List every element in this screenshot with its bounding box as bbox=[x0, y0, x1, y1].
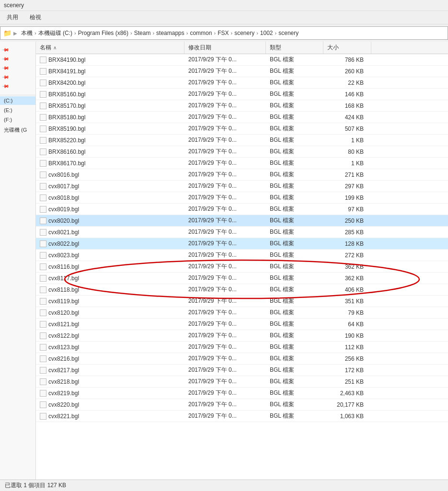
file-icon bbox=[40, 148, 46, 155]
breadcrumb-common[interactable]: common bbox=[189, 29, 213, 37]
sidebar-pinned-3[interactable]: 📌 bbox=[0, 64, 35, 72]
file-name-cell: BRX86170.bgl bbox=[36, 159, 184, 168]
file-type: BGL 檔案 bbox=[266, 296, 323, 307]
file-type: BGL 檔案 bbox=[266, 411, 323, 422]
col-header-name[interactable]: 名稱 ∧ bbox=[36, 42, 184, 54]
breadcrumb-computer[interactable]: 本機 bbox=[20, 29, 34, 38]
col-header-type[interactable]: 類型 bbox=[266, 42, 323, 54]
col-header-date[interactable]: 修改日期 bbox=[184, 42, 266, 54]
file-icon bbox=[40, 91, 46, 98]
table-row[interactable]: BRX85170.bgl2017/9/29 下午 0...BGL 檔案168 K… bbox=[36, 100, 448, 112]
file-name-cell: BRX84191.bgl bbox=[36, 67, 184, 76]
file-name: cvx8216.bgl bbox=[48, 355, 79, 362]
file-name-cell: cvx8216.bgl bbox=[36, 354, 184, 364]
breadcrumb-scenery2[interactable]: scenery bbox=[277, 29, 299, 37]
table-row[interactable]: cvx8023.bgl2017/9/29 下午 0...BGL 檔案272 KB bbox=[36, 250, 448, 261]
file-name-cell: BRX86160.bgl bbox=[36, 147, 184, 157]
breadcrumb-1002[interactable]: 1002 bbox=[259, 29, 274, 37]
file-date: 2017/9/29 下午 0... bbox=[184, 261, 266, 272]
table-row[interactable]: cvx8218.bgl2017/9/29 下午 0...BGL 檔案251 KB bbox=[36, 376, 448, 388]
table-row[interactable]: cvx8018.bgl2017/9/29 下午 0...BGL 檔案199 KB bbox=[36, 192, 448, 204]
pin-icon: 📌 bbox=[2, 55, 10, 62]
table-row[interactable]: BRX86170.bgl2017/9/29 下午 0...BGL 檔案1 KB bbox=[36, 158, 448, 169]
menu-share[interactable]: 共用 bbox=[4, 12, 21, 23]
sidebar-drive-e[interactable]: (E:) bbox=[0, 106, 35, 114]
file-size: 112 KB bbox=[323, 343, 371, 352]
col-header-size[interactable]: 大小 bbox=[323, 42, 371, 54]
file-name-cell: cvx8116.bgl bbox=[36, 262, 184, 272]
table-row[interactable]: cvx8120.bgl2017/9/29 下午 0...BGL 檔案79 KB bbox=[36, 307, 448, 319]
table-row[interactable]: cvx8019.bgl2017/9/29 下午 0...BGL 檔案97 KB bbox=[36, 204, 448, 215]
file-size: 22 KB bbox=[323, 78, 371, 88]
file-name-cell: cvx8123.bgl bbox=[36, 343, 184, 352]
table-row[interactable]: cvx8021.bgl2017/9/29 下午 0...BGL 檔案285 KB bbox=[36, 227, 448, 238]
file-type: BGL 檔案 bbox=[266, 181, 323, 192]
table-row[interactable]: BRX85220.bgl2017/9/29 下午 0...BGL 檔案1 KB bbox=[36, 135, 448, 146]
file-name-cell: cvx8018.bgl bbox=[36, 193, 184, 203]
file-date: 2017/9/29 下午 0... bbox=[184, 342, 266, 353]
file-icon bbox=[40, 114, 46, 121]
table-row[interactable]: cvx8121.bgl2017/9/29 下午 0...BGL 檔案64 KB bbox=[36, 319, 448, 330]
table-row[interactable]: cvx8220.bgl2017/9/29 下午 0...BGL 檔案20,177… bbox=[36, 399, 448, 411]
sidebar-pinned-4[interactable]: 📌 bbox=[0, 73, 35, 81]
breadcrumb-fsx[interactable]: FSX bbox=[217, 29, 230, 37]
file-name: cvx8021.bgl bbox=[48, 229, 79, 236]
table-row[interactable]: cvx8217.bgl2017/9/29 下午 0...BGL 檔案172 KB bbox=[36, 365, 448, 376]
table-row[interactable]: BRX85190.bgl2017/9/29 下午 0...BGL 檔案507 K… bbox=[36, 123, 448, 135]
breadcrumb-steamapps[interactable]: steamapps bbox=[155, 29, 185, 37]
table-row[interactable]: cvx8016.bgl2017/9/29 下午 0...BGL 檔案271 KB bbox=[36, 169, 448, 181]
table-row[interactable]: cvx8221.bgl2017/9/29 下午 0...BGL 檔案1,063 … bbox=[36, 411, 448, 422]
sidebar-pinned-1[interactable]: 📌 bbox=[0, 46, 35, 54]
table-row[interactable]: cvx8022.bgl2017/9/29 下午 0...BGL 檔案128 KB bbox=[36, 238, 448, 250]
table-row[interactable]: cvx8116.bgl2017/9/29 下午 0...BGL 檔案362 KB bbox=[36, 261, 448, 273]
table-row[interactable]: BRX84191.bgl2017/9/29 下午 0...BGL 檔案260 K… bbox=[36, 66, 448, 77]
table-row[interactable]: BRX86160.bgl2017/9/29 下午 0...BGL 檔案80 KB bbox=[36, 146, 448, 158]
table-row[interactable]: cvx8119.bgl2017/9/29 下午 0...BGL 檔案351 KB bbox=[36, 296, 448, 307]
table-row[interactable]: BRX85160.bgl2017/9/29 下午 0...BGL 檔案146 K… bbox=[36, 89, 448, 100]
breadcrumb-c-drive[interactable]: 本機磁碟 (C:) bbox=[37, 29, 73, 38]
breadcrumb-program-files[interactable]: Program Files (x86) bbox=[77, 29, 129, 37]
file-size: 250 KB bbox=[323, 216, 371, 226]
file-name: cvx8218.bgl bbox=[48, 378, 79, 385]
file-type: BGL 檔案 bbox=[266, 319, 323, 330]
file-name: BRX84200.bgl bbox=[48, 80, 85, 86]
sidebar-drive-g[interactable]: 光碟機 (G bbox=[0, 125, 35, 135]
table-row[interactable]: BRX84190.bgl2017/9/29 下午 0...BGL 檔案786 K… bbox=[36, 54, 448, 66]
file-date: 2017/9/29 下午 0... bbox=[184, 89, 266, 100]
sidebar-pinned-5[interactable]: 📌 bbox=[0, 82, 35, 90]
breadcrumb-steam[interactable]: Steam bbox=[133, 29, 152, 37]
file-name-cell: cvx8021.bgl bbox=[36, 228, 184, 237]
file-name: BRX85220.bgl bbox=[48, 137, 85, 144]
table-row[interactable]: cvx8122.bgl2017/9/29 下午 0...BGL 檔案190 KB bbox=[36, 330, 448, 342]
table-row[interactable]: cvx8020.bgl2017/9/29 下午 0...BGL 檔案250 KB bbox=[36, 215, 448, 227]
table-row[interactable]: cvx8017.bgl2017/9/29 下午 0...BGL 檔案297 KB bbox=[36, 181, 448, 192]
table-row[interactable]: cvx8123.bgl2017/9/29 下午 0...BGL 檔案112 KB bbox=[36, 342, 448, 353]
breadcrumb-scenery[interactable]: scenery bbox=[233, 29, 255, 37]
sidebar-drive-c[interactable]: (C:) bbox=[0, 96, 35, 105]
table-row[interactable]: BRX84200.bgl2017/9/29 下午 0...BGL 檔案22 KB bbox=[36, 77, 448, 89]
sidebar-pinned-2[interactable]: 📌 bbox=[0, 55, 35, 63]
sidebar-drive-f[interactable]: (F:) bbox=[0, 115, 35, 124]
file-name: cvx8018.bgl bbox=[48, 194, 79, 201]
file-type: BGL 檔案 bbox=[266, 135, 323, 146]
table-row[interactable]: cvx8219.bgl2017/9/29 下午 0...BGL 檔案2,463 … bbox=[36, 388, 448, 399]
file-name-cell: cvx8022.bgl bbox=[36, 239, 184, 249]
file-date: 2017/9/29 下午 0... bbox=[184, 100, 266, 111]
table-row[interactable]: cvx8216.bgl2017/9/29 下午 0...BGL 檔案256 KB bbox=[36, 353, 448, 365]
table-row[interactable]: BRX85180.bgl2017/9/29 下午 0...BGL 檔案424 K… bbox=[36, 112, 448, 123]
file-name-cell: cvx8117.bgl bbox=[36, 274, 184, 283]
file-icon bbox=[40, 183, 46, 190]
file-size: 1 KB bbox=[323, 136, 371, 145]
file-type: BGL 檔案 bbox=[266, 399, 323, 410]
file-name: BRX84191.bgl bbox=[48, 68, 85, 75]
file-name: cvx8017.bgl bbox=[48, 183, 79, 190]
file-name: cvx8022.bgl bbox=[48, 240, 79, 247]
file-name: BRX85160.bgl bbox=[48, 91, 85, 98]
file-icon bbox=[40, 413, 46, 420]
file-icon bbox=[40, 240, 46, 247]
table-row[interactable]: cvx8117.bgl2017/9/29 下午 0...BGL 檔案362 KB bbox=[36, 273, 448, 284]
file-name: BRX85180.bgl bbox=[48, 114, 85, 121]
file-size: 251 KB bbox=[323, 377, 371, 387]
menu-view[interactable]: 檢視 bbox=[27, 12, 44, 23]
table-row[interactable]: cvx8118.bgl2017/9/29 下午 0...BGL 檔案406 KB bbox=[36, 284, 448, 296]
